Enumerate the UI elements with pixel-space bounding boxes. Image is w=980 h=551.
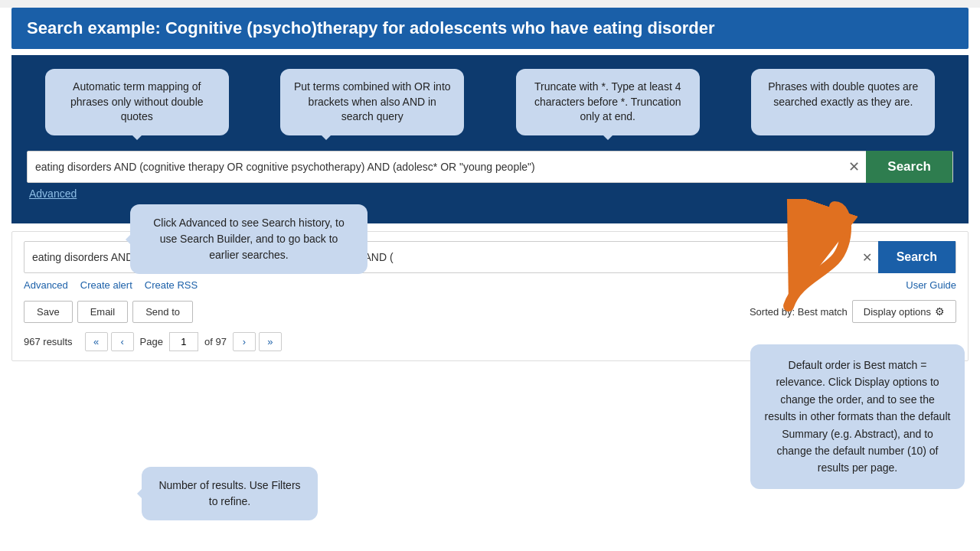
send-to-button[interactable]: Send to: [132, 301, 193, 323]
gear-icon: ⚙: [935, 305, 945, 318]
tooltip-1: Automatic term mapping of phrases only w…: [45, 69, 229, 135]
advanced-link-top[interactable]: Advanced: [29, 187, 77, 200]
advanced-link-results[interactable]: Advanced: [24, 279, 68, 291]
create-rss-link[interactable]: Create RSS: [145, 279, 198, 291]
clear-button-top[interactable]: ✕: [842, 160, 866, 174]
results-count: 967 results: [24, 336, 73, 347]
top-section: Automatic term mapping of phrases only w…: [11, 55, 969, 223]
results-balloon: Number of results. Use Filters to refine…: [142, 467, 318, 520]
tooltip-4: Phrases with double quotes are searched …: [751, 69, 935, 135]
title-bar: Search example: Cognitive (psycho)therap…: [11, 8, 969, 49]
tooltips-row: Automatic term mapping of phrases only w…: [23, 69, 957, 135]
last-page-button[interactable]: »: [259, 332, 282, 351]
right-balloon: Default order is Best match = relevance.…: [750, 344, 965, 489]
of-pages-label: of 97: [204, 336, 227, 347]
page-title: Search example: Cognitive (psycho)therap…: [27, 18, 715, 37]
email-button[interactable]: Email: [77, 301, 129, 323]
search-input-top[interactable]: [28, 155, 842, 179]
advanced-balloon: Click Advanced to see Search history, to…: [130, 204, 368, 274]
clear-button-results[interactable]: ✕: [856, 250, 878, 265]
search-bar-top: ✕ Search: [27, 151, 953, 183]
create-alert-link[interactable]: Create alert: [80, 279, 132, 291]
search-button-top[interactable]: Search: [866, 151, 952, 183]
prev-page-button[interactable]: ‹: [111, 332, 134, 351]
page-input[interactable]: [169, 332, 198, 351]
save-button[interactable]: Save: [24, 301, 73, 323]
first-page-button[interactable]: «: [85, 332, 108, 351]
user-guide-link[interactable]: User Guide: [906, 279, 956, 291]
next-page-button[interactable]: ›: [233, 332, 256, 351]
tooltip-3: Truncate with *. Type at least 4 charact…: [516, 69, 700, 135]
page-wrapper: Search example: Cognitive (psycho)therap…: [0, 8, 980, 551]
orange-arrow-icon: [766, 199, 858, 321]
search-button-results[interactable]: Search: [878, 241, 956, 273]
page-label: Page: [140, 336, 163, 347]
display-options-button[interactable]: Display options ⚙: [852, 300, 956, 323]
tooltip-2: Put terms combined with OR into brackets…: [280, 69, 464, 135]
